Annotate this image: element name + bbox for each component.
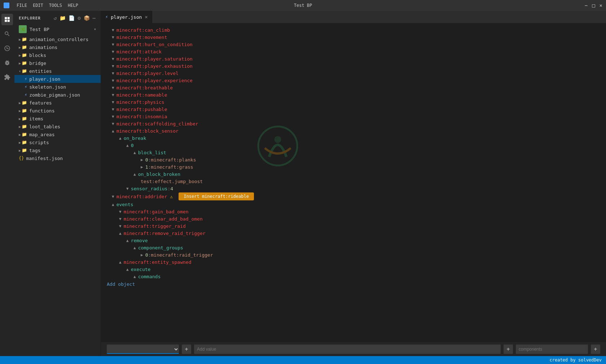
editor-area[interactable]: minecraft:can_climb minecraft:movement m… xyxy=(101,23,606,342)
json-key-teal: commands xyxy=(138,274,161,279)
add-value-input[interactable] xyxy=(194,345,501,354)
minimize-button[interactable]: − xyxy=(585,3,588,8)
more-actions-icon[interactable]: ⋯ xyxy=(92,14,96,22)
new-folder-icon[interactable]: 📁 xyxy=(59,14,66,22)
expand-icon[interactable] xyxy=(133,172,136,177)
settings-icon[interactable]: ⚙ xyxy=(77,14,81,22)
menu-file[interactable]: FILE xyxy=(17,3,27,8)
add-object-bar[interactable]: Add object xyxy=(101,280,606,288)
tree-item-map-areas[interactable]: ▶ 📁 map_areas xyxy=(14,130,101,138)
expand-icon[interactable] xyxy=(112,85,114,90)
expand-icon[interactable] xyxy=(119,209,122,214)
expand-icon[interactable] xyxy=(112,121,114,126)
tree-item-manifest-json[interactable]: {} manifest.json xyxy=(14,154,101,162)
key-input[interactable] xyxy=(516,345,588,354)
tree-item-features[interactable]: ▶ 📁 features xyxy=(14,99,101,107)
tree-item-items[interactable]: ▶ 📁 items xyxy=(14,115,101,123)
expand-icon[interactable] xyxy=(119,231,122,236)
sidebar-title: Explorer xyxy=(19,16,41,21)
json-line: minecraft:trigger_raid xyxy=(101,222,606,230)
expand-icon[interactable] xyxy=(119,217,122,221)
json-line: minecraft:clear_add_bad_omen xyxy=(101,215,606,222)
expand-icon[interactable] xyxy=(141,157,143,162)
expand-icon[interactable] xyxy=(126,238,129,243)
expand-icon[interactable] xyxy=(126,186,129,191)
tab-player-json[interactable]: ⚡ player.json × xyxy=(101,11,153,23)
activity-explorer[interactable] xyxy=(1,14,13,25)
expand-icon[interactable] xyxy=(126,267,129,272)
chevron-icon: ▶ xyxy=(19,101,21,105)
project-header[interactable]: 🌿 Test BP ▾ xyxy=(14,24,101,35)
entity-file-icon: ⚡ xyxy=(25,76,27,81)
new-file-icon[interactable]: 📄 xyxy=(68,14,75,22)
expand-icon[interactable] xyxy=(119,136,122,141)
expand-icon[interactable] xyxy=(141,253,143,257)
object-type-select[interactable] xyxy=(107,345,179,354)
tree-item-loot-tables[interactable]: ▶ 📁 loot_tables xyxy=(14,123,101,130)
menu-tools[interactable]: TOOLS xyxy=(49,3,62,8)
folder-icon: 📁 xyxy=(22,124,27,129)
sidebar-actions: ↺ 📁 📄 ⚙ 📦 ⋯ xyxy=(53,14,96,22)
expand-icon[interactable] xyxy=(112,93,114,97)
tree-item-scripts[interactable]: ▶ 📁 scripts xyxy=(14,138,101,146)
expand-icon[interactable] xyxy=(133,150,136,155)
tree-item-player-json[interactable]: ⚡ player.json xyxy=(14,75,101,83)
activity-extensions[interactable] xyxy=(1,71,13,83)
add-object-button[interactable]: + xyxy=(182,345,191,354)
tree-item-tags[interactable]: ▶ 📁 tags xyxy=(14,146,101,154)
folder-icon: 📁 xyxy=(22,148,27,153)
json-key: minecraft:clear_add_bad_omen xyxy=(124,216,203,222)
json-line: 0 xyxy=(101,142,606,149)
add-value-button[interactable]: + xyxy=(504,345,513,354)
tree-item-entities[interactable]: ▾ 📁 entities xyxy=(14,67,101,75)
expand-icon[interactable] xyxy=(112,28,114,32)
project-name: Test BP xyxy=(30,27,91,32)
tab-filename: player.json xyxy=(111,14,142,20)
expand-icon[interactable] xyxy=(112,35,114,40)
refresh-icon[interactable]: ↺ xyxy=(53,14,57,22)
expand-icon[interactable] xyxy=(112,64,114,68)
maximize-button[interactable]: □ xyxy=(592,3,595,8)
activity-git[interactable] xyxy=(1,43,13,54)
expand-icon[interactable] xyxy=(112,107,114,112)
tree-item-animation-controllers[interactable]: ▶ 📁 animation_controllers xyxy=(14,35,101,43)
json-key: minecraft:entity_spawned xyxy=(124,259,192,265)
expand-icon[interactable] xyxy=(112,194,114,199)
expand-icon[interactable] xyxy=(112,49,114,54)
expand-icon[interactable] xyxy=(112,202,114,207)
expand-icon[interactable] xyxy=(141,165,143,169)
tab-file-icon: ⚡ xyxy=(105,14,108,19)
tab-close-button[interactable]: × xyxy=(145,14,148,19)
expand-icon[interactable] xyxy=(112,57,114,61)
json-key-teal: events xyxy=(117,202,133,207)
activity-debug[interactable] xyxy=(1,57,13,68)
json-key: minecraft:insomnia xyxy=(117,114,167,119)
menu-edit[interactable]: EDIT xyxy=(33,3,43,8)
json-line: 0 : minecraft:raid_trigger xyxy=(101,251,606,258)
expand-icon[interactable] xyxy=(133,274,136,279)
tree-item-blocks[interactable]: ▶ 📁 blocks xyxy=(14,51,101,59)
tree-item-zombie-pigman-json[interactable]: ⚡ zombie_pigman.json xyxy=(14,91,101,99)
json-line: minecraft:movement xyxy=(101,34,606,41)
tree-item-skeleton-json[interactable]: ⚡ skeleton.json xyxy=(14,83,101,91)
add-key-button[interactable]: + xyxy=(591,345,600,354)
menu-help[interactable]: HELP xyxy=(68,3,78,8)
expand-icon[interactable] xyxy=(119,260,122,265)
expand-icon[interactable] xyxy=(112,71,114,76)
chevron-icon: ▶ xyxy=(19,45,21,49)
expand-icon[interactable] xyxy=(112,42,114,47)
tree-item-bridge[interactable]: ▶ 📁 bridge xyxy=(14,59,101,67)
tree-item-functions[interactable]: ▶ 📁 functions xyxy=(14,107,101,115)
tree-item-animations[interactable]: ▶ 📁 animations xyxy=(14,43,101,51)
pack-icon[interactable]: 📦 xyxy=(83,14,91,22)
expand-icon[interactable] xyxy=(112,100,114,105)
expand-icon[interactable] xyxy=(119,224,122,228)
expand-icon[interactable] xyxy=(126,143,129,148)
expand-icon[interactable] xyxy=(133,245,136,250)
close-button[interactable]: × xyxy=(600,3,602,8)
insert-rideable-button[interactable]: Insert minecraft:rideable xyxy=(179,192,254,200)
expand-icon[interactable] xyxy=(112,129,114,133)
expand-icon[interactable] xyxy=(112,78,114,83)
expand-icon[interactable] xyxy=(112,114,114,119)
activity-search[interactable] xyxy=(1,28,13,40)
